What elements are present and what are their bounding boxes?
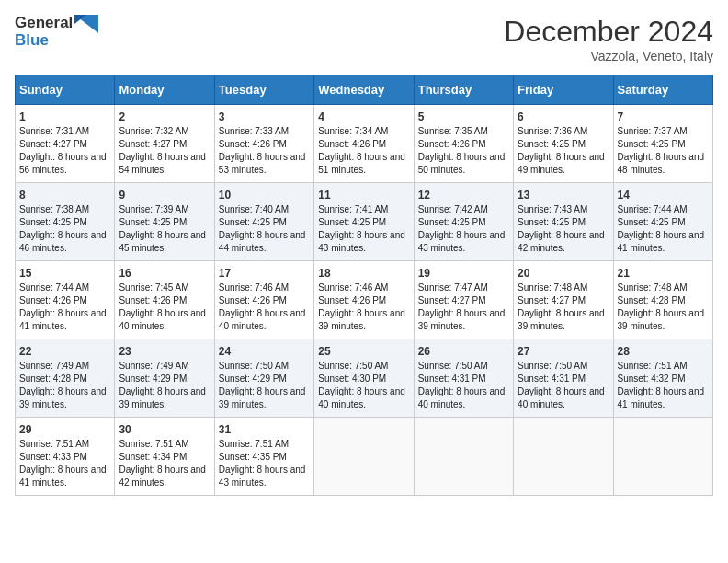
sunset-text: Sunset: 4:26 PM bbox=[418, 138, 509, 151]
day-number: 24 bbox=[219, 345, 310, 358]
sunrise-text: Sunrise: 7:50 AM bbox=[318, 360, 409, 373]
calendar-cell: 20 Sunrise: 7:48 AM Sunset: 4:27 PM Dayl… bbox=[514, 261, 613, 339]
logo-icon bbox=[74, 15, 98, 33]
sunset-text: Sunset: 4:29 PM bbox=[219, 373, 310, 385]
calendar-cell: 28 Sunrise: 7:51 AM Sunset: 4:32 PM Dayl… bbox=[613, 339, 712, 418]
sunrise-text: Sunrise: 7:41 AM bbox=[318, 203, 409, 216]
calendar-cell: 31 Sunrise: 7:51 AM Sunset: 4:35 PM Dayl… bbox=[214, 418, 313, 496]
day-number: 16 bbox=[119, 267, 210, 280]
cell-info: Sunrise: 7:47 AM Sunset: 4:27 PM Dayligh… bbox=[418, 282, 509, 333]
calendar-cell: 19 Sunrise: 7:47 AM Sunset: 4:27 PM Dayl… bbox=[414, 261, 513, 339]
calendar-cell bbox=[414, 418, 513, 496]
sunset-text: Sunset: 4:34 PM bbox=[119, 451, 210, 464]
daylight-text: Daylight: 8 hours and 40 minutes. bbox=[318, 385, 409, 411]
sunset-text: Sunset: 4:27 PM bbox=[19, 138, 110, 151]
calendar-cell: 5 Sunrise: 7:35 AM Sunset: 4:26 PM Dayli… bbox=[414, 105, 513, 183]
sunset-text: Sunset: 4:25 PM bbox=[318, 216, 409, 229]
sunset-text: Sunset: 4:28 PM bbox=[19, 373, 110, 385]
day-number: 21 bbox=[618, 267, 709, 280]
sunrise-text: Sunrise: 7:45 AM bbox=[119, 282, 210, 294]
cell-info: Sunrise: 7:33 AM Sunset: 4:26 PM Dayligh… bbox=[219, 125, 310, 177]
cell-info: Sunrise: 7:42 AM Sunset: 4:25 PM Dayligh… bbox=[418, 203, 509, 255]
week-row-4: 22 Sunrise: 7:49 AM Sunset: 4:28 PM Dayl… bbox=[16, 339, 713, 418]
sunrise-text: Sunrise: 7:42 AM bbox=[418, 203, 509, 216]
calendar-cell: 23 Sunrise: 7:49 AM Sunset: 4:29 PM Dayl… bbox=[115, 339, 214, 418]
calendar-cell: 12 Sunrise: 7:42 AM Sunset: 4:25 PM Dayl… bbox=[414, 183, 513, 261]
sunrise-text: Sunrise: 7:49 AM bbox=[119, 360, 210, 373]
calendar-cell: 21 Sunrise: 7:48 AM Sunset: 4:28 PM Dayl… bbox=[613, 261, 712, 339]
cell-info: Sunrise: 7:32 AM Sunset: 4:27 PM Dayligh… bbox=[119, 125, 210, 177]
sunrise-text: Sunrise: 7:34 AM bbox=[318, 125, 409, 138]
daylight-text: Daylight: 8 hours and 40 minutes. bbox=[119, 307, 210, 333]
sunrise-text: Sunrise: 7:35 AM bbox=[418, 125, 509, 138]
cell-info: Sunrise: 7:50 AM Sunset: 4:31 PM Dayligh… bbox=[418, 360, 509, 411]
cell-info: Sunrise: 7:44 AM Sunset: 4:25 PM Dayligh… bbox=[618, 203, 709, 255]
sunset-text: Sunset: 4:32 PM bbox=[618, 373, 709, 385]
cell-info: Sunrise: 7:49 AM Sunset: 4:29 PM Dayligh… bbox=[119, 360, 210, 411]
daylight-text: Daylight: 8 hours and 46 minutes. bbox=[19, 229, 110, 255]
daylight-text: Daylight: 8 hours and 41 minutes. bbox=[618, 229, 709, 255]
daylight-text: Daylight: 8 hours and 39 minutes. bbox=[518, 307, 609, 333]
day-number: 10 bbox=[219, 189, 310, 201]
cell-info: Sunrise: 7:40 AM Sunset: 4:25 PM Dayligh… bbox=[219, 203, 310, 255]
cell-info: Sunrise: 7:31 AM Sunset: 4:27 PM Dayligh… bbox=[19, 125, 110, 177]
day-number: 15 bbox=[19, 267, 110, 280]
day-number: 17 bbox=[219, 267, 310, 280]
cell-info: Sunrise: 7:48 AM Sunset: 4:28 PM Dayligh… bbox=[618, 282, 709, 333]
header-saturday: Saturday bbox=[613, 75, 712, 105]
cell-info: Sunrise: 7:37 AM Sunset: 4:25 PM Dayligh… bbox=[618, 125, 709, 177]
day-number: 20 bbox=[518, 267, 609, 280]
days-header-row: SundayMondayTuesdayWednesdayThursdayFrid… bbox=[16, 75, 713, 105]
sunset-text: Sunset: 4:26 PM bbox=[19, 294, 110, 307]
calendar-cell bbox=[613, 418, 712, 496]
calendar-cell: 25 Sunrise: 7:50 AM Sunset: 4:30 PM Dayl… bbox=[314, 339, 414, 418]
day-number: 11 bbox=[318, 189, 409, 201]
daylight-text: Daylight: 8 hours and 40 minutes. bbox=[518, 385, 609, 411]
day-number: 4 bbox=[318, 110, 409, 123]
daylight-text: Daylight: 8 hours and 41 minutes. bbox=[19, 464, 110, 489]
sunset-text: Sunset: 4:33 PM bbox=[19, 451, 110, 464]
sunrise-text: Sunrise: 7:48 AM bbox=[618, 282, 709, 294]
sunrise-text: Sunrise: 7:44 AM bbox=[19, 282, 110, 294]
daylight-text: Daylight: 8 hours and 42 minutes. bbox=[518, 229, 609, 255]
month-title: December 2024 bbox=[504, 15, 713, 49]
daylight-text: Daylight: 8 hours and 49 minutes. bbox=[518, 151, 609, 177]
sunrise-text: Sunrise: 7:36 AM bbox=[518, 125, 609, 138]
day-number: 27 bbox=[518, 345, 609, 358]
calendar-cell bbox=[514, 418, 613, 496]
calendar-cell: 9 Sunrise: 7:39 AM Sunset: 4:25 PM Dayli… bbox=[115, 183, 214, 261]
sunset-text: Sunset: 4:26 PM bbox=[318, 294, 409, 307]
sunrise-text: Sunrise: 7:49 AM bbox=[19, 360, 110, 373]
day-number: 29 bbox=[19, 423, 110, 436]
calendar-cell: 8 Sunrise: 7:38 AM Sunset: 4:25 PM Dayli… bbox=[16, 183, 115, 261]
sunrise-text: Sunrise: 7:46 AM bbox=[219, 282, 310, 294]
daylight-text: Daylight: 8 hours and 53 minutes. bbox=[219, 151, 310, 177]
sunset-text: Sunset: 4:25 PM bbox=[518, 216, 609, 229]
sunrise-text: Sunrise: 7:37 AM bbox=[618, 125, 709, 138]
sunrise-text: Sunrise: 7:50 AM bbox=[219, 360, 310, 373]
daylight-text: Daylight: 8 hours and 39 minutes. bbox=[19, 385, 110, 411]
week-row-1: 1 Sunrise: 7:31 AM Sunset: 4:27 PM Dayli… bbox=[16, 105, 713, 183]
daylight-text: Daylight: 8 hours and 43 minutes. bbox=[318, 229, 409, 255]
day-number: 7 bbox=[618, 110, 709, 123]
sunset-text: Sunset: 4:27 PM bbox=[119, 138, 210, 151]
header-thursday: Thursday bbox=[414, 75, 513, 105]
sunset-text: Sunset: 4:25 PM bbox=[119, 216, 210, 229]
sunset-text: Sunset: 4:35 PM bbox=[219, 451, 310, 464]
day-number: 5 bbox=[418, 110, 509, 123]
daylight-text: Daylight: 8 hours and 39 minutes. bbox=[318, 307, 409, 333]
sunrise-text: Sunrise: 7:48 AM bbox=[518, 282, 609, 294]
calendar-cell: 13 Sunrise: 7:43 AM Sunset: 4:25 PM Dayl… bbox=[514, 183, 613, 261]
cell-info: Sunrise: 7:48 AM Sunset: 4:27 PM Dayligh… bbox=[518, 282, 609, 333]
sunrise-text: Sunrise: 7:50 AM bbox=[518, 360, 609, 373]
cell-info: Sunrise: 7:38 AM Sunset: 4:25 PM Dayligh… bbox=[19, 203, 110, 255]
cell-info: Sunrise: 7:39 AM Sunset: 4:25 PM Dayligh… bbox=[119, 203, 210, 255]
cell-info: Sunrise: 7:36 AM Sunset: 4:25 PM Dayligh… bbox=[518, 125, 609, 177]
calendar-cell: 30 Sunrise: 7:51 AM Sunset: 4:34 PM Dayl… bbox=[115, 418, 214, 496]
day-number: 25 bbox=[318, 345, 409, 358]
daylight-text: Daylight: 8 hours and 39 minutes. bbox=[418, 307, 509, 333]
cell-info: Sunrise: 7:51 AM Sunset: 4:32 PM Dayligh… bbox=[618, 360, 709, 411]
title-area: December 2024 Vazzola, Veneto, Italy bbox=[504, 15, 713, 63]
daylight-text: Daylight: 8 hours and 43 minutes. bbox=[219, 464, 310, 489]
day-number: 6 bbox=[518, 110, 609, 123]
